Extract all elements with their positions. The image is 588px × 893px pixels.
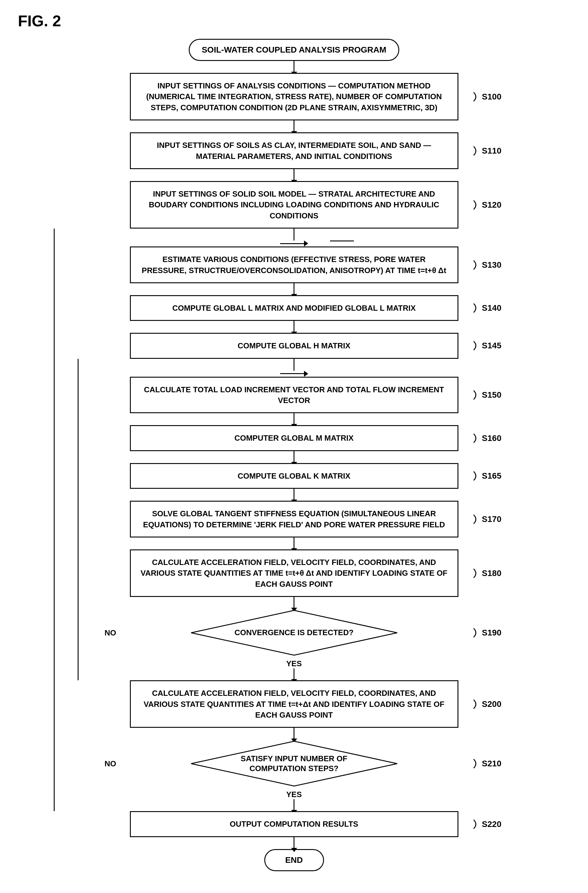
outer-loop-top-arrow — [330, 241, 354, 241]
arrow-6 — [294, 321, 294, 333]
inner-loop-line — [78, 359, 78, 681]
step-row-s210: NO SATISFY INPUT NUMBER OF COMPUTATION S… — [18, 740, 570, 788]
step-row-s165: COMPUTE GLOBAL K MATRIX S165 — [18, 463, 570, 489]
step-row-s100: INPUT SETTINGS OF ANALYSIS CONDITIONS — … — [18, 73, 570, 120]
step-row-s140: COMPUTE GLOBAL L MATRIX AND MODIFIED GLO… — [18, 295, 570, 321]
arrow-8 — [294, 413, 294, 425]
figure-container: FIG. 2 SOIL-WATER COUPLED ANALYSIS PROGR… — [18, 12, 570, 871]
step-s140-box: COMPUTE GLOBAL L MATRIX AND MODIFIED GLO… — [130, 295, 458, 321]
step-s210-diamond: SATISFY INPUT NUMBER OF COMPUTATION STEP… — [190, 740, 399, 788]
step-s100-box: INPUT SETTINGS OF ANALYSIS CONDITIONS — … — [130, 73, 458, 120]
step-s150-box: CALCULATE TOTAL LOAD INCREMENT VECTOR AN… — [130, 377, 458, 413]
step-label-s190: S190 — [468, 627, 501, 639]
step-row-s170: SOLVE GLOBAL TANGENT STIFFNESS EQUATION … — [18, 501, 570, 537]
step-s170-box: SOLVE GLOBAL TANGENT STIFFNESS EQUATION … — [130, 501, 458, 537]
horiz-arrow-s150 — [280, 373, 304, 374]
arrow-2 — [294, 120, 294, 132]
step-s190-diamond: CONVERGENCE IS DETECTED? — [190, 609, 399, 657]
step-s165-box: COMPUTE GLOBAL K MATRIX — [130, 463, 458, 489]
no-label-s210: NO — [105, 759, 116, 768]
arrow-11 — [294, 537, 294, 549]
step-row-s200: CALCULATE ACCELERATION FIELD, VELOCITY F… — [18, 680, 570, 728]
arrow-9 — [294, 451, 294, 463]
yes-label-s190: YES — [286, 659, 302, 668]
step-s220-box: OUTPUT COMPUTATION RESULTS — [130, 811, 458, 837]
step-s180-box: CALCULATE ACCELERATION FIELD, VELOCITY F… — [130, 549, 458, 597]
arrow-15 — [294, 799, 294, 811]
arrowhead-s150 — [304, 371, 308, 377]
horiz-arrow-s130 — [280, 243, 304, 244]
yes-label-s210: YES — [286, 790, 302, 799]
arrow-3 — [294, 169, 294, 181]
step-label-s140: S140 — [468, 302, 501, 314]
step-label-s200: S200 — [468, 698, 501, 710]
outer-loop-line — [54, 229, 55, 811]
step-row-s110: INPUT SETTINGS OF SOILS AS CLAY, INTERME… — [18, 132, 570, 169]
no-label-s190: NO — [105, 628, 116, 637]
arrow-16 — [294, 837, 294, 849]
arrow-12 — [294, 597, 294, 609]
step-label-s220: S220 — [468, 818, 501, 830]
step-label-s160: S160 — [468, 432, 501, 444]
arrow-7 — [294, 359, 294, 371]
step-row-s150: CALCULATE TOTAL LOAD INCREMENT VECTOR AN… — [18, 377, 570, 413]
step-label-s145: S145 — [468, 340, 501, 352]
arrow-1 — [294, 61, 294, 73]
step-s210-text: SATISFY INPUT NUMBER OF COMPUTATION STEP… — [219, 754, 369, 774]
step-label-s165: S165 — [468, 470, 501, 482]
arrowhead-s130 — [304, 241, 308, 247]
arrow-14 — [294, 728, 294, 740]
step-row-s145: COMPUTE GLOBAL H MATRIX S145 — [18, 333, 570, 359]
step-row-s120: INPUT SETTINGS OF SOLID SOIL MODEL — STR… — [18, 181, 570, 229]
step-s160-box: COMPUTER GLOBAL M MATRIX — [130, 425, 458, 451]
flowchart: SOIL-WATER COUPLED ANALYSIS PROGRAM INPU… — [18, 39, 570, 871]
step-s110-box: INPUT SETTINGS OF SOILS AS CLAY, INTERME… — [130, 132, 458, 169]
step-s200-box: CALCULATE ACCELERATION FIELD, VELOCITY F… — [130, 680, 458, 728]
step-row-s160: COMPUTER GLOBAL M MATRIX S160 — [18, 425, 570, 451]
step-row-s190: NO CONVERGENCE IS DETECTED? S190 — [18, 609, 570, 657]
step-s190-text: CONVERGENCE IS DETECTED? — [234, 628, 354, 638]
step-label-s150: S150 — [468, 389, 501, 401]
step-row-s220: OUTPUT COMPUTATION RESULTS S220 — [18, 811, 570, 837]
arrow-10 — [294, 489, 294, 501]
step-s120-box: INPUT SETTINGS OF SOLID SOIL MODEL — STR… — [130, 181, 458, 229]
step-s130-box: ESTIMATE VARIOUS CONDITIONS (EFFECTIVE S… — [130, 247, 458, 283]
step-label-s110: S110 — [468, 145, 501, 157]
step-label-s210: S210 — [468, 758, 501, 770]
start-node: SOIL-WATER COUPLED ANALYSIS PROGRAM — [189, 39, 399, 61]
step-row-s180: CALCULATE ACCELERATION FIELD, VELOCITY F… — [18, 549, 570, 597]
step-label-s180: S180 — [468, 567, 501, 579]
arrow-5 — [294, 283, 294, 295]
figure-title: FIG. 2 — [18, 12, 570, 30]
step-row-s130: ESTIMATE VARIOUS CONDITIONS (EFFECTIVE S… — [18, 247, 570, 283]
step-label-s100: S100 — [468, 91, 501, 103]
arrow-13 — [294, 668, 294, 680]
arrow-4 — [294, 229, 294, 241]
end-node: END — [264, 849, 324, 871]
step-label-s120: S120 — [468, 199, 501, 211]
step-s145-box: COMPUTE GLOBAL H MATRIX — [130, 333, 458, 359]
step-label-s130: S130 — [468, 259, 501, 271]
step-label-s170: S170 — [468, 513, 501, 525]
